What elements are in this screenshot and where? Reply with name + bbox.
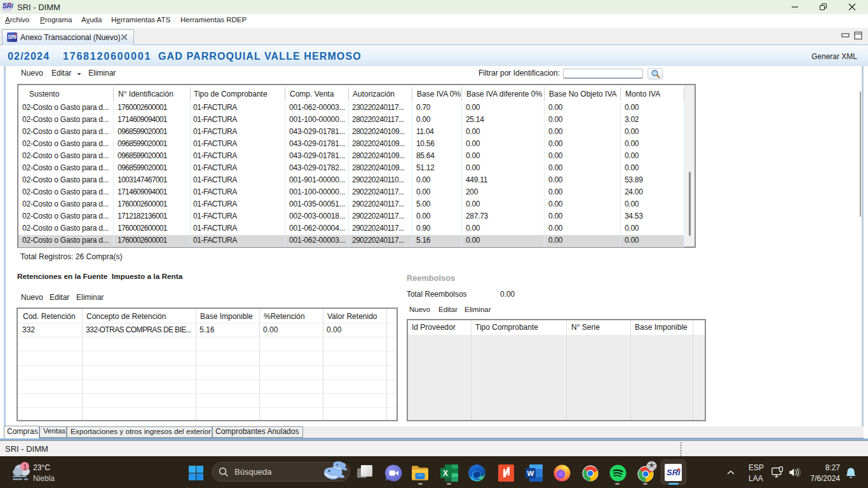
- svg-text:W: W: [527, 470, 534, 477]
- svg-text:X: X: [443, 469, 448, 478]
